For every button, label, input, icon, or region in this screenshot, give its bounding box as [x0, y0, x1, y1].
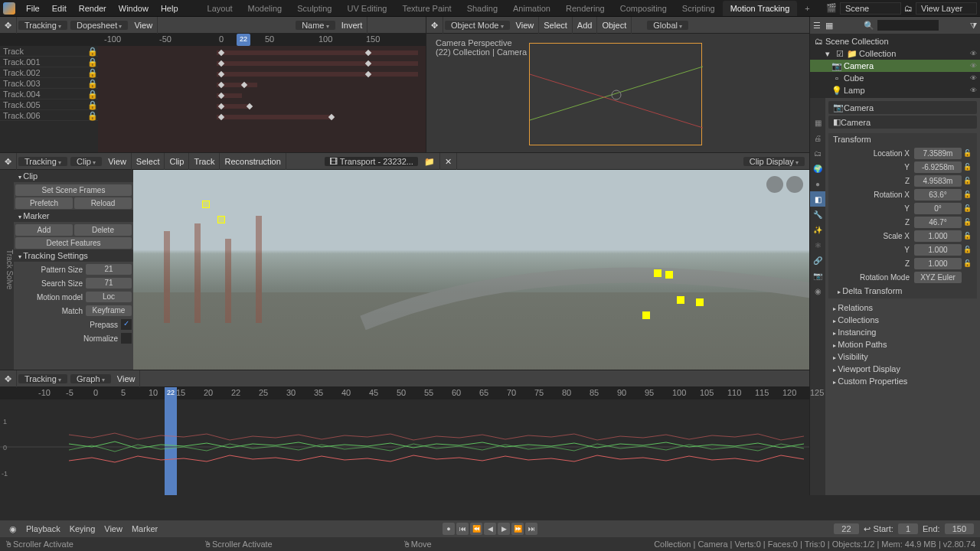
- keyframe-prev-button[interactable]: ⏪: [470, 523, 482, 535]
- playhead[interactable]: 22: [237, 34, 250, 46]
- tab-animation[interactable]: Animation: [505, 1, 558, 16]
- rotation-mode-dropdown[interactable]: XYZ Euler: [914, 272, 962, 283]
- tracking-marker[interactable]: [202, 201, 210, 208]
- v3d-object-menu[interactable]: Object: [597, 17, 632, 34]
- tab-uv-editing[interactable]: UV Editing: [339, 1, 394, 16]
- clip-viewport[interactable]: [133, 170, 809, 370]
- auto-keying-icon[interactable]: ◉: [5, 524, 21, 534]
- jump-end-button[interactable]: ⏭: [525, 523, 537, 535]
- delete-marker-button[interactable]: Delete: [74, 224, 132, 236]
- jump-start-button[interactable]: ⏮: [456, 523, 469, 535]
- editor-type-icon[interactable]: ✥: [0, 370, 17, 387]
- tracking-marker-selected[interactable]: [677, 296, 684, 304]
- detect-features-button[interactable]: Detect Features: [15, 237, 132, 249]
- gizmo-zoom-icon[interactable]: [766, 176, 783, 193]
- visibility-icon[interactable]: 👁: [970, 62, 977, 70]
- track-row[interactable]: Track🔒: [0, 46, 98, 57]
- pattern-size-field[interactable]: 21: [86, 264, 132, 275]
- track-row[interactable]: Track.001🔒: [0, 57, 98, 67]
- viewport-canvas[interactable]: Camera Perspective (22) Collection | Cam…: [426, 34, 809, 153]
- tab-modeling[interactable]: Modeling: [240, 1, 290, 16]
- props-tab-modifier[interactable]: 🔧: [810, 207, 825, 222]
- close-file-button[interactable]: ✕: [440, 153, 457, 170]
- scene-name-field[interactable]: [840, 2, 901, 15]
- play-reverse-button[interactable]: ◀: [484, 523, 496, 535]
- visibility-icon[interactable]: 👁: [970, 50, 977, 57]
- play-button[interactable]: ▶: [498, 523, 510, 535]
- track-row[interactable]: Track.002🔒: [0, 67, 98, 78]
- tab-motion-tracking[interactable]: Motion Tracking: [723, 1, 798, 16]
- prefetch-button[interactable]: Prefetch: [15, 197, 73, 209]
- filter-funnel-icon[interactable]: ⧩: [970, 21, 977, 31]
- rotation-z-field[interactable]: 46.7°: [914, 217, 962, 228]
- panel-motion-paths[interactable]: Motion Paths: [828, 338, 977, 350]
- filter-icon[interactable]: ▦: [825, 21, 833, 31]
- viewlayer-field[interactable]: [916, 2, 977, 15]
- editor-dropdown[interactable]: Dopesheet: [70, 21, 128, 30]
- track-row[interactable]: Track.004🔒: [0, 89, 98, 99]
- current-frame-field[interactable]: 22: [834, 523, 858, 534]
- location-x-field[interactable]: 7.3589m: [914, 148, 962, 159]
- search-size-field[interactable]: 71: [86, 278, 132, 289]
- object-mode-dropdown[interactable]: Object Mode: [445, 21, 510, 30]
- set-scene-frames-button[interactable]: Set Scene Frames: [15, 184, 132, 196]
- track-row[interactable]: Track.003🔒: [0, 78, 98, 89]
- clip-sidebar-tabs[interactable]: Track Solve: [0, 170, 14, 370]
- panel-viewport-display[interactable]: Viewport Display: [828, 363, 977, 375]
- props-tab-particle[interactable]: ✨: [810, 222, 825, 237]
- graph-canvas[interactable]: -10-505101520222530354045505560657075808…: [0, 387, 809, 495]
- menu-file[interactable]: File: [20, 0, 46, 17]
- tab-compositing[interactable]: Compositing: [612, 1, 675, 16]
- tab-rendering[interactable]: Rendering: [558, 1, 612, 16]
- menu-render[interactable]: Render: [73, 0, 113, 17]
- sort-dropdown[interactable]: Name: [296, 21, 335, 30]
- lock-icon[interactable]: 🔒: [87, 99, 98, 109]
- outliner-cube[interactable]: ▫Cube👁: [810, 72, 980, 84]
- lock-icon[interactable]: 🔒: [87, 67, 98, 77]
- clip-mode-dropdown[interactable]: Tracking: [18, 157, 67, 166]
- tracking-marker-selected[interactable]: [665, 271, 673, 279]
- outliner-lamp[interactable]: 💡Lamp👁: [810, 84, 980, 96]
- motion-model-dropdown[interactable]: Loc: [86, 292, 132, 302]
- tab-sculpting[interactable]: Sculpting: [289, 1, 339, 16]
- start-frame-field[interactable]: 1: [898, 523, 918, 534]
- outliner-toggle-icon[interactable]: ☰: [813, 21, 821, 31]
- clip-track-menu[interactable]: Track: [189, 153, 220, 170]
- clip-reconstruction-menu[interactable]: Reconstruction: [220, 153, 286, 170]
- props-tab-data[interactable]: 📷: [810, 268, 825, 283]
- location-z-field[interactable]: 4.9583m: [914, 175, 962, 187]
- clip-clip-menu[interactable]: Clip: [165, 153, 189, 170]
- props-tab-constraint[interactable]: 🔗: [810, 253, 825, 268]
- menu-window[interactable]: Window: [113, 0, 155, 17]
- graph-type-dropdown[interactable]: Graph: [70, 374, 111, 383]
- match-dropdown[interactable]: Keyframe: [86, 305, 132, 316]
- normalize-checkbox[interactable]: [121, 333, 132, 344]
- visibility-icon[interactable]: 👁: [970, 74, 977, 82]
- timeline-view-menu[interactable]: View: [100, 524, 127, 533]
- tracking-marker-selected[interactable]: [696, 298, 704, 306]
- props-tab-world[interactable]: ●: [810, 176, 825, 191]
- panel-visibility[interactable]: Visibility: [828, 350, 977, 363]
- end-frame-field[interactable]: 150: [945, 523, 974, 534]
- open-file-button[interactable]: 📁: [420, 153, 440, 170]
- add-workspace-icon[interactable]: +: [797, 1, 817, 16]
- dope-view-menu[interactable]: View: [129, 17, 158, 34]
- props-tab-scene[interactable]: 🌍: [810, 161, 825, 176]
- tab-texture-paint[interactable]: Texture Paint: [394, 1, 459, 16]
- keyframe-next-button[interactable]: ⏩: [511, 523, 524, 535]
- editor-type-icon[interactable]: ✥: [0, 153, 17, 170]
- timeline-marker-menu[interactable]: Marker: [127, 524, 162, 533]
- tracking-marker[interactable]: [217, 216, 225, 223]
- v3d-select-menu[interactable]: Select: [539, 17, 573, 34]
- editor-type-icon[interactable]: ✥: [0, 17, 17, 34]
- scene-collection[interactable]: 🗂Scene Collection: [810, 35, 980, 47]
- clip-view-menu[interactable]: View: [103, 153, 132, 170]
- panel-instancing[interactable]: Instancing: [828, 326, 977, 338]
- props-tab-material[interactable]: ◉: [810, 283, 825, 298]
- clip-select-menu[interactable]: Select: [132, 153, 165, 170]
- track-row[interactable]: Track.006🔒: [0, 110, 98, 121]
- props-tab-viewlayer[interactable]: 🗂: [810, 145, 825, 161]
- panel-delta-transform[interactable]: Delta Transform: [833, 285, 972, 297]
- tracking-marker-selected[interactable]: [654, 269, 662, 277]
- v3d-add-menu[interactable]: Add: [573, 17, 598, 34]
